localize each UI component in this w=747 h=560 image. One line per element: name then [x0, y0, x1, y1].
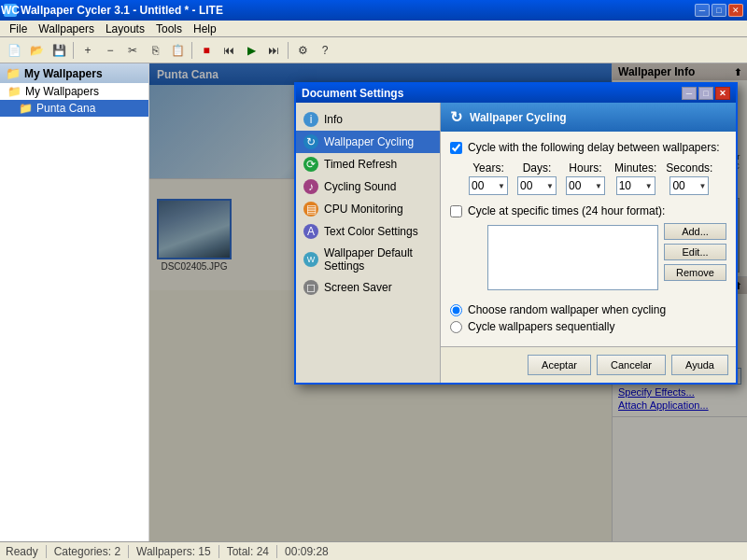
time-years: Years: 00 ▼ [469, 161, 508, 195]
app-window: WC Wallpaper Cycler 3.1 - Untitled * - L… [0, 0, 747, 560]
title-bar: WC Wallpaper Cycler 3.1 - Untitled * - L… [0, 0, 747, 21]
radio-section: Choose random wallpaper when cycling Cyc… [450, 303, 726, 333]
nav-icon-cpu: ▤ [303, 202, 318, 217]
dialog-maximize[interactable]: □ [698, 87, 713, 100]
status-time: 00:09:28 [285, 545, 329, 558]
toolbar-add[interactable]: + [78, 40, 98, 61]
status-wallpapers: Wallpapers: 15 [136, 545, 219, 558]
nav-item-sound[interactable]: ♪ Cycling Sound [296, 175, 440, 198]
nav-label-info: Info [324, 113, 343, 126]
minutes-value: 10 [619, 179, 631, 192]
radio-random[interactable] [450, 304, 462, 316]
accept-button[interactable]: Aceptar [528, 355, 591, 375]
cycle-delay-checkbox[interactable] [450, 142, 462, 154]
menu-wallpapers[interactable]: Wallpapers [33, 22, 100, 35]
tree-item-punta-cana[interactable]: 📁 Punta Cana [0, 100, 148, 117]
tree-label-my-wallpapers: My Wallpapers [25, 85, 99, 98]
toolbar-play-next[interactable]: ⏭ [263, 40, 284, 61]
dialog-close[interactable]: ✕ [715, 87, 730, 100]
status-ready: Ready [6, 545, 47, 558]
minimize-button[interactable]: ─ [695, 4, 710, 17]
dialog-body: i Info ↻ Wallpaper Cycling ⟳ Timed Refre… [296, 103, 736, 383]
status-total: Total: 24 [227, 545, 277, 558]
toolbar-settings[interactable]: ⚙ [292, 40, 313, 61]
seconds-arrow: ▼ [698, 182, 706, 190]
days-select[interactable]: 00 ▼ [517, 176, 557, 195]
nav-item-wallpaper-default[interactable]: W Wallpaper Default Settings [296, 243, 440, 276]
folder-icon-mw: 📁 [7, 85, 21, 98]
nav-item-cycling[interactable]: ↻ Wallpaper Cycling [296, 131, 440, 153]
menu-layouts[interactable]: Layouts [100, 22, 150, 35]
dialog-title: Document Settings [302, 87, 403, 100]
radio-random-row: Choose random wallpaper when cycling [450, 303, 726, 316]
minutes-arrow: ▼ [645, 182, 653, 190]
content-header: ↻ Wallpaper Cycling [441, 103, 736, 132]
cycle-delay-row: Cycle with the following delay between w… [450, 141, 726, 154]
toolbar-remove[interactable]: − [100, 40, 120, 61]
toolbar-play-prev[interactable]: ⏮ [218, 40, 239, 61]
minutes-select[interactable]: 10 ▼ [616, 176, 655, 195]
edit-time-button[interactable]: Edit... [664, 244, 726, 260]
cycle-delay-label: Cycle with the following delay between w… [468, 141, 719, 154]
dialog-controls: ─ □ ✕ [682, 87, 730, 100]
toolbar-stop[interactable]: ■ [196, 40, 217, 61]
remove-time-button[interactable]: Remove [664, 264, 726, 281]
years-select[interactable]: 00 ▼ [469, 176, 508, 195]
dialog-minimize[interactable]: ─ [682, 87, 697, 100]
toolbar-play[interactable]: ▶ [241, 40, 261, 61]
nav-item-screen[interactable]: ◻ Screen Saver [296, 276, 440, 299]
menu-help[interactable]: Help [188, 22, 222, 35]
tree-item-my-wallpapers[interactable]: 📁 My Wallpapers [0, 83, 148, 100]
toolbar-sep3 [288, 42, 289, 59]
hours-select[interactable]: 00 ▼ [566, 176, 605, 195]
menu-bar: File Wallpapers Layouts Tools Help [0, 21, 747, 37]
nav-label-sound: Cycling Sound [324, 180, 396, 193]
radio-sequential[interactable] [450, 321, 462, 333]
status-bar: Ready Categories: 2 Wallpapers: 15 Total… [0, 541, 747, 560]
days-label: Days: [523, 161, 552, 175]
close-button[interactable]: ✕ [728, 4, 743, 17]
menu-file[interactable]: File [4, 22, 33, 35]
toolbar-sep2 [191, 42, 192, 59]
toolbar-copy[interactable]: ⎘ [145, 40, 165, 61]
dialog-nav: i Info ↻ Wallpaper Cycling ⟳ Timed Refre… [296, 103, 441, 383]
folder-icon-pc: 📁 [19, 102, 33, 115]
nav-icon-refresh: ⟳ [303, 157, 318, 172]
content-header-icon: ↻ [450, 108, 462, 126]
hours-value: 00 [569, 179, 581, 192]
nav-item-info[interactable]: i Info [296, 108, 440, 131]
nav-item-cpu[interactable]: ▤ CPU Monitoring [296, 198, 440, 220]
panel-title: My Wallpapers [24, 67, 103, 80]
add-time-button[interactable]: Add... [664, 223, 726, 240]
menu-tools[interactable]: Tools [150, 22, 188, 35]
cycle-specific-label: Cycle at specific times (24 hour format)… [468, 204, 665, 217]
nav-label-cpu: CPU Monitoring [324, 203, 403, 216]
nav-label-screen: Screen Saver [324, 281, 392, 294]
folder-icon: 📁 [6, 66, 21, 80]
seconds-select[interactable]: 00 ▼ [669, 176, 709, 195]
toolbar-open[interactable]: 📂 [26, 40, 47, 61]
nav-item-refresh[interactable]: ⟳ Timed Refresh [296, 153, 440, 175]
nav-item-text[interactable]: A Text Color Settings [296, 220, 440, 243]
toolbar-help[interactable]: ? [315, 40, 335, 61]
content-body: Cycle with the following delay between w… [441, 132, 736, 346]
modal-overlay: Document Settings ─ □ ✕ i [149, 63, 747, 541]
help-button[interactable]: Ayuda [671, 355, 728, 375]
nav-label-wallpaper-default: Wallpaper Default Settings [324, 246, 432, 273]
times-list[interactable] [487, 225, 658, 290]
window-controls: ─ □ ✕ [695, 4, 743, 17]
dialog-content-panel: ↻ Wallpaper Cycling Cycle with the follo… [441, 103, 736, 383]
cycle-specific-checkbox[interactable] [450, 205, 462, 217]
seconds-label: Seconds: [666, 161, 712, 175]
maximize-button[interactable]: □ [712, 4, 726, 17]
nav-icon-info: i [303, 112, 318, 127]
toolbar-new[interactable]: 📄 [4, 40, 24, 61]
cancel-button[interactable]: Cancelar [597, 355, 666, 375]
toolbar-cut[interactable]: ✂ [122, 40, 143, 61]
toolbar-paste[interactable]: 📋 [167, 40, 188, 61]
app-title: Wallpaper Cycler 3.1 - Untitled * - LITE [21, 4, 223, 17]
toolbar-save[interactable]: 💾 [49, 40, 69, 61]
toolbar-sep1 [73, 42, 74, 59]
years-label: Years: [472, 161, 504, 175]
panel-header: 📁 My Wallpapers [0, 63, 148, 83]
